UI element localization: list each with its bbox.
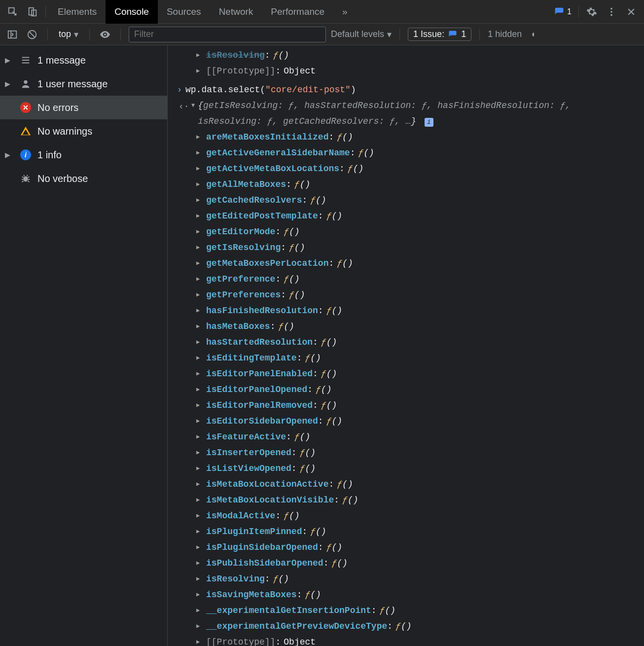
property-row[interactable]: ▶getActiveGeneralSidebarName:ƒ () [174,145,644,161]
issues-badge[interactable]: 1 [550,7,575,17]
property-row[interactable]: ▶getMetaBoxesPerLocation:ƒ () [174,255,644,271]
property-row[interactable]: ▶isModalActive:ƒ () [174,508,644,524]
info-badge-icon[interactable]: i [425,118,433,127]
property-row[interactable]: ▶isEditorPanelOpened:ƒ () [174,382,644,397]
divider [399,29,400,40]
expand-icon: ▶ [196,476,206,492]
property-row[interactable]: ▶hasMetaBoxes:ƒ () [174,319,644,334]
property-value: Object [284,63,316,79]
issues-text: 1 Issue: [413,29,444,39]
tab-elements[interactable]: Elements [49,0,106,24]
tab-sources[interactable]: Sources [158,0,210,24]
property-row[interactable]: ▶isSavingMetaBoxes:ƒ () [174,587,644,603]
property-row[interactable]: ▶__experimentalGetPreviewDeviceType:ƒ () [174,618,644,634]
more-menu-icon[interactable] [604,4,619,20]
collapse-icon[interactable]: ▼ [191,98,195,113]
property-key: isPluginItemPinned [206,524,302,539]
property-row[interactable]: ▶isPluginSidebarOpened:ƒ () [174,539,644,555]
property-row[interactable]: ▶isResolving:ƒ () [174,571,644,587]
property-key: isResolving [206,47,265,63]
command-row[interactable]: › wp.data.select("core/edit-post") [174,82,644,98]
property-key: isPluginSidebarOpened [206,539,318,555]
sidebar-item-messages[interactable]: ▶ 1 message [0,48,167,72]
svg-point-5 [610,14,612,16]
issues-icon [554,7,564,17]
property-row[interactable]: ▶getAllMetaBoxes:ƒ () [174,177,644,192]
settings-gear-icon[interactable] [584,4,600,20]
sidebar-item-errors[interactable]: ✕ No errors [0,96,167,119]
property-row[interactable]: ▶__experimentalGetInsertionPoint:ƒ () [174,603,644,618]
context-selector[interactable]: top ▾ [56,29,81,40]
property-row[interactable]: ▶getPreference:ƒ () [174,271,644,287]
hidden-count[interactable]: 1 hidden [488,29,522,39]
property-row[interactable]: ▶isEditorPanelRemoved:ƒ () [174,397,644,413]
property-row[interactable]: ▶isMetaBoxLocationVisible:ƒ () [174,492,644,508]
property-row[interactable]: ▶ isResolving: ƒ () [174,47,644,63]
property-row[interactable]: ▶isPluginItemPinned:ƒ () [174,524,644,539]
property-key: getEditorMode [206,224,275,240]
property-key: getMetaBoxesPerLocation [206,255,328,271]
property-row[interactable]: ▶getEditorMode:ƒ () [174,224,644,240]
property-row[interactable]: ▶isListViewOpened:ƒ () [174,461,644,476]
sidebar-item-user-messages[interactable]: ▶ 1 user message [0,72,167,96]
device-toggle-icon[interactable] [25,4,40,20]
property-row[interactable]: ▶areMetaBoxesInitialized:ƒ () [174,129,644,145]
devtools-tabs: Elements Console Sources Network Perform… [49,0,357,24]
filter-input[interactable] [129,27,326,42]
result-row[interactable]: ‹· ▼ {getIsResolving: ƒ, hasStartedResol… [174,98,644,129]
prompt-icon: › [174,82,185,98]
clear-console-icon[interactable] [25,27,39,42]
issues-pill[interactable]: 1 Issue: 1 [408,28,471,41]
property-row[interactable]: ▶getPreferences:ƒ () [174,287,644,303]
property-row[interactable]: ▶isInserterOpened:ƒ () [174,445,644,461]
expand-icon: ▶ [196,461,206,476]
sidebar-label: No verbose [37,173,88,184]
expand-icon: ▶ [196,397,206,413]
property-key: hasStartedResolution [206,334,313,350]
expand-icon: ▶ [196,129,206,145]
function-value: ƒ [310,524,316,539]
property-key: getPreference [206,271,275,287]
expand-icon: ▶ [196,445,206,461]
sidebar-item-warnings[interactable]: No warnings [0,119,167,143]
expand-icon: ▶ [196,555,206,571]
console-settings-icon[interactable] [527,27,541,42]
log-levels-selector[interactable]: Default levels ▾ [331,29,392,40]
property-row[interactable]: ▶getIsResolving:ƒ () [174,240,644,255]
sidebar-item-verbose[interactable]: No verbose [0,167,167,190]
property-row[interactable]: ▶ [[Prototype]]: Object [174,63,644,79]
tab-more[interactable]: » [333,0,357,24]
property-row[interactable]: ▶isMetaBoxLocationActive:ƒ () [174,476,644,492]
function-value: ƒ [278,319,284,334]
tab-performance[interactable]: Performance [262,0,333,24]
result-icon: ‹· [179,98,188,114]
property-row[interactable]: ▶ [[Prototype]]: Object [174,634,644,646]
live-expression-icon[interactable] [98,27,112,42]
svg-point-3 [610,7,612,9]
function-value: ƒ [289,287,294,303]
property-row[interactable]: ▶hasFinishedResolution:ƒ () [174,303,644,319]
svg-point-9 [24,80,27,84]
sidebar-item-info[interactable]: ▶ i 1 info [0,143,167,167]
tab-console[interactable]: Console [106,0,158,24]
inspect-icon[interactable] [5,4,21,20]
sidebar-label: 1 user message [37,78,107,90]
property-row[interactable]: ▶isEditorSidebarOpened:ƒ () [174,413,644,429]
divider [45,6,46,18]
expand-icon: ▶ [196,571,206,587]
property-row[interactable]: ▶isEditingTemplate:ƒ () [174,350,644,366]
property-row[interactable]: ▶isEditorPanelEnabled:ƒ () [174,366,644,382]
close-icon[interactable] [623,4,639,20]
tab-network[interactable]: Network [210,0,262,24]
property-row[interactable]: ▶getActiveMetaBoxLocations:ƒ () [174,161,644,177]
console-output[interactable]: ▶ isResolving: ƒ () ▶ [[Prototype]]: Obj… [168,45,644,646]
sidebar-toggle-icon[interactable] [5,27,20,42]
property-row[interactable]: ▶getCachedResolvers:ƒ () [174,192,644,208]
property-row[interactable]: ▶isPublishSidebarOpened:ƒ () [174,555,644,571]
property-row[interactable]: ▶isFeatureActive:ƒ () [174,429,644,445]
function-value: ƒ [289,240,294,255]
property-row[interactable]: ▶hasStartedResolution:ƒ () [174,334,644,350]
expand-icon: ▶ [196,303,206,319]
property-row[interactable]: ▶getEditedPostTemplate:ƒ () [174,208,644,224]
divider [479,29,480,40]
